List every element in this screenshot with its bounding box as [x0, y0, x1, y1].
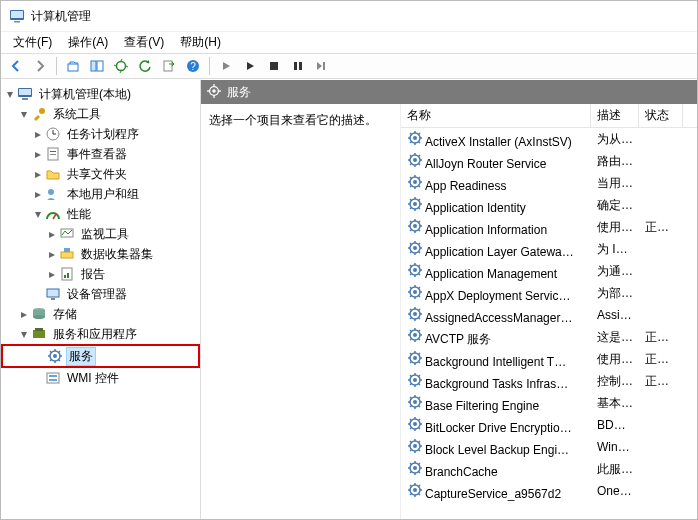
service-row[interactable]: Application Management为通…	[401, 260, 697, 282]
service-row[interactable]: Base Filtering Engine基本…	[401, 392, 697, 414]
tree-item-local-users[interactable]: ▸本地用户和组	[1, 184, 200, 204]
play-icon[interactable]	[215, 55, 237, 77]
show-hide-tree-icon[interactable]	[86, 55, 108, 77]
refresh-icon[interactable]	[134, 55, 156, 77]
svg-line-102	[410, 221, 412, 223]
restart-icon[interactable]	[311, 55, 333, 77]
gear-icon	[407, 394, 423, 410]
svg-text:?: ?	[190, 61, 196, 72]
svg-line-115	[419, 243, 421, 245]
chevron-right-icon[interactable]: ▸	[45, 267, 59, 281]
svg-rect-30	[47, 289, 59, 297]
tree-item-event-viewer[interactable]: ▸事件查看器	[1, 144, 200, 164]
stop-icon[interactable]	[263, 55, 285, 77]
svg-rect-12	[299, 62, 302, 70]
svg-rect-10	[270, 62, 278, 70]
service-desc: 使用…	[591, 219, 639, 236]
service-row[interactable]: Background Intelligent T…使用…正在…	[401, 348, 697, 370]
service-row[interactable]: AllJoyn Router Service路由…	[401, 150, 697, 172]
chevron-right-icon[interactable]: ▸	[17, 307, 31, 321]
tree-services-apps[interactable]: ▾ 服务和应用程序	[1, 324, 200, 344]
up-icon[interactable]	[62, 55, 84, 77]
tree-item-label: 数据收集器集	[78, 245, 156, 264]
column-name[interactable]: 名称	[401, 104, 591, 128]
svg-line-144	[410, 317, 412, 319]
tree-item-label: 性能	[64, 205, 94, 224]
tree-item-data-collector[interactable]: ▸数据收集器集	[1, 244, 200, 264]
svg-point-167	[413, 378, 417, 382]
back-icon[interactable]	[5, 55, 27, 77]
svg-line-92	[410, 199, 412, 201]
service-row[interactable]: BitLocker Drive Encryptio…BDE…	[401, 414, 697, 436]
tree-item-task-scheduler[interactable]: ▸任务计划程序	[1, 124, 200, 144]
forward-icon[interactable]	[29, 55, 51, 77]
tree-item-wmi[interactable]: WMI 控件	[1, 368, 200, 388]
chevron-right-icon[interactable]: ▸	[45, 227, 59, 241]
tree-root[interactable]: ▾ 计算机管理(本地)	[1, 84, 200, 104]
service-name: AssignedAccessManager…	[425, 311, 572, 325]
svg-point-38	[53, 354, 57, 358]
svg-line-112	[410, 243, 412, 245]
service-row[interactable]: ActiveX Installer (AxInstSV)为从…	[401, 128, 697, 150]
service-row[interactable]: Application Information使用…正在…	[401, 216, 697, 238]
svg-rect-35	[33, 330, 45, 338]
chevron-right-icon[interactable]: ▸	[31, 187, 45, 201]
tree-item-shared-folders[interactable]: ▸共享文件夹	[1, 164, 200, 184]
service-row[interactable]: AssignedAccessManager…Assi…	[401, 304, 697, 326]
tree-storage[interactable]: ▸ 存储	[1, 304, 200, 324]
chevron-right-icon[interactable]: ▸	[31, 147, 45, 161]
svg-rect-21	[50, 154, 56, 155]
tree-item-monitor-tools[interactable]: ▸监视工具	[1, 224, 200, 244]
tree-item-device-manager[interactable]: 设备管理器	[1, 284, 200, 304]
chevron-right-icon[interactable]	[31, 287, 45, 301]
play-icon[interactable]	[239, 55, 261, 77]
svg-point-67	[413, 158, 417, 162]
svg-line-142	[410, 309, 412, 311]
gear-icon	[407, 196, 423, 212]
properties-icon[interactable]	[110, 55, 132, 77]
service-row[interactable]: Application Identity确定…	[401, 194, 697, 216]
tree-system-tools[interactable]: ▾ 系统工具	[1, 104, 200, 124]
service-name: Application Identity	[425, 201, 526, 215]
column-desc[interactable]: 描述	[591, 104, 639, 128]
service-row[interactable]: App Readiness当用…	[401, 172, 697, 194]
chevron-down-icon[interactable]: ▾	[17, 107, 31, 121]
svg-rect-29	[67, 273, 69, 278]
tree-item-services[interactable]: 服务	[3, 346, 198, 366]
service-row[interactable]: AVCTP 服务这是…正在…	[401, 326, 697, 348]
menu-view[interactable]: 查看(V)	[118, 32, 170, 53]
column-status[interactable]: 状态	[639, 104, 683, 128]
tree-item-reports[interactable]: ▸报告	[1, 264, 200, 284]
service-name: Background Tasks Infras…	[425, 377, 568, 391]
service-row[interactable]: BranchCache此服…	[401, 458, 697, 480]
svg-line-185	[419, 397, 421, 399]
service-row[interactable]: CaptureService_a9567d2One…	[401, 480, 697, 502]
gear-icon	[407, 460, 423, 476]
menu-file[interactable]: 文件(F)	[7, 32, 58, 53]
menu-bar: 文件(F) 操作(A) 查看(V) 帮助(H)	[1, 31, 697, 53]
svg-line-94	[410, 207, 412, 209]
svg-line-223	[419, 493, 421, 495]
tree-item-performance[interactable]: ▾性能	[1, 204, 200, 224]
service-name: BranchCache	[425, 465, 498, 479]
svg-line-173	[419, 383, 421, 385]
service-row[interactable]: Application Layer Gatewa…为 In…	[401, 238, 697, 260]
export-icon[interactable]	[158, 55, 180, 77]
menu-action[interactable]: 操作(A)	[62, 32, 114, 53]
chevron-right-icon[interactable]: ▸	[45, 247, 59, 261]
chevron-down-icon[interactable]: ▾	[17, 327, 31, 341]
service-row[interactable]: AppX Deployment Servic…为部…	[401, 282, 697, 304]
service-desc: 当用…	[591, 175, 639, 192]
chevron-down-icon[interactable]: ▾	[3, 87, 17, 101]
chevron-right-icon[interactable]: ▸	[31, 167, 45, 181]
gear-icon	[407, 240, 423, 256]
menu-help[interactable]: 帮助(H)	[174, 32, 227, 53]
service-row[interactable]: Block Level Backup Engi…Win…	[401, 436, 697, 458]
svg-point-57	[413, 136, 417, 140]
help-icon[interactable]: ?	[182, 55, 204, 77]
chevron-right-icon[interactable]: ▸	[31, 127, 45, 141]
chevron-down-icon[interactable]: ▾	[31, 207, 45, 221]
service-row[interactable]: Background Tasks Infras…控制…正在…	[401, 370, 697, 392]
pause-icon[interactable]	[287, 55, 309, 77]
svg-line-143	[419, 317, 421, 319]
